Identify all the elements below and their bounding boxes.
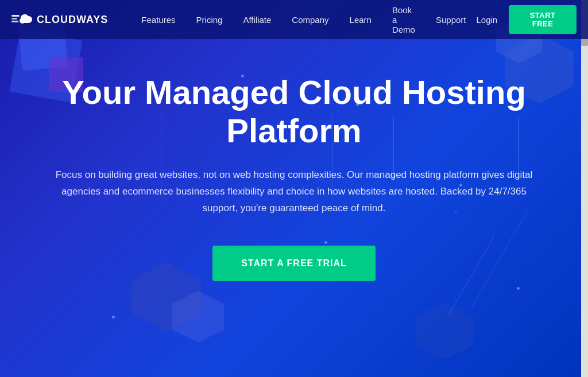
nav-features[interactable]: Features: [131, 0, 185, 39]
nav-learn[interactable]: Learn: [339, 0, 382, 39]
nav-company[interactable]: Company: [281, 0, 339, 39]
deco-hex-bottom-right: [416, 302, 473, 360]
logo-link[interactable]: CLOUDWAYS: [11, 10, 108, 29]
dot-6: [112, 316, 115, 318]
svg-rect-2: [11, 21, 18, 22]
hero-section: Your Managed Cloud Hosting Platform Focu…: [0, 39, 588, 304]
nav-support[interactable]: Support: [425, 0, 477, 39]
nav-start-free-button[interactable]: START FREE: [509, 5, 577, 34]
nav-pricing[interactable]: Pricing: [186, 0, 233, 39]
nav-links: Features Pricing Affiliate Company Learn…: [131, 0, 476, 39]
navbar: CLOUDWAYS Features Pricing Affiliate Com…: [0, 0, 588, 39]
svg-rect-0: [11, 15, 20, 17]
hero-cta-button[interactable]: START A FREE TRIAL: [212, 246, 376, 281]
hero-title: Your Managed Cloud Hosting Platform: [47, 73, 541, 150]
login-link[interactable]: Login: [476, 15, 497, 25]
nav-affiliate[interactable]: Affiliate: [233, 0, 281, 39]
svg-rect-1: [11, 18, 17, 20]
nav-book-demo[interactable]: Book a Demo: [382, 0, 425, 39]
logo-icon: [11, 10, 32, 29]
brand-name: CLOUDWAYS: [37, 14, 108, 26]
nav-right: Login START FREE: [476, 5, 577, 34]
hero-subtitle: Focus on building great websites, not on…: [47, 167, 541, 217]
page-wrapper: CLOUDWAYS Features Pricing Affiliate Com…: [0, 0, 588, 377]
